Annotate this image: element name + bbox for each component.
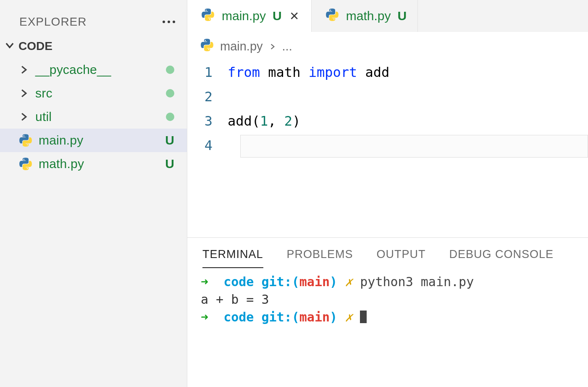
line-number: 2 [187, 89, 228, 105]
explorer-title: EXPLORER [19, 15, 87, 29]
code-line[interactable]: 1from math import add [187, 60, 588, 84]
python-icon [200, 38, 214, 55]
explorer-section-title: CODE [18, 39, 52, 53]
git-untracked-badge: U [165, 157, 174, 171]
explorer-more-icon[interactable] [163, 21, 175, 23]
python-icon [18, 133, 33, 147]
explorer-header: EXPLORER [0, 9, 187, 34]
current-line-highlight [240, 135, 588, 158]
tab-filename: math.py [346, 9, 391, 23]
tree-folder[interactable]: src [0, 82, 187, 105]
chevron-right-icon [269, 39, 276, 53]
breadcrumb[interactable]: main.py ... [187, 32, 588, 58]
chevron-down-icon [4, 40, 15, 53]
tree-item-label: main.py [39, 133, 159, 147]
code-editor[interactable]: 1from math import add23add(1, 2)4 [187, 58, 588, 237]
editor-main: main.pyU✕math.pyU main.py ... 1from math… [187, 0, 588, 387]
git-untracked-badge: U [397, 9, 407, 23]
terminal-view[interactable]: ➜ code git:(main) ✗ python3 main.pya + b… [187, 268, 588, 387]
close-icon[interactable]: ✕ [289, 9, 300, 23]
terminal-prompt-line: ➜ code git:(main) ✗ [201, 308, 588, 326]
file-tree: __pycache__srcutilmain.pyUmath.pyU [0, 58, 187, 176]
code-line[interactable]: 2 [187, 84, 588, 109]
chevron-right-icon [18, 64, 29, 75]
code-content: add(1, 2) [228, 113, 300, 129]
panel-tab[interactable]: DEBUG CONSOLE [449, 248, 554, 268]
panel-tab[interactable]: TERMINAL [202, 248, 263, 268]
terminal-output-line: a + b = 3 [201, 291, 588, 308]
tree-file[interactable]: main.pyU [0, 129, 187, 152]
tree-file[interactable]: math.pyU [0, 152, 187, 176]
bottom-panel: TERMINALPROBLEMSOUTPUTDEBUG CONSOLE ➜ co… [187, 237, 588, 387]
python-icon [325, 8, 339, 25]
line-number: 4 [187, 137, 228, 153]
git-modified-dot-icon [166, 66, 174, 74]
explorer-sidebar: EXPLORER CODE __pycache__srcutilmain.pyU… [0, 0, 187, 387]
terminal-cursor [360, 311, 367, 323]
chevron-right-icon [18, 88, 29, 99]
code-content: from math import add [228, 64, 389, 80]
editor-tab[interactable]: math.pyU [312, 0, 418, 32]
tree-folder[interactable]: util [0, 105, 187, 129]
panel-tab[interactable]: PROBLEMS [287, 248, 353, 268]
chevron-right-icon [18, 111, 29, 122]
tab-filename: main.py [222, 9, 266, 23]
git-modified-dot-icon [166, 113, 174, 121]
tree-item-label: src [35, 86, 160, 100]
line-number: 3 [187, 113, 228, 129]
terminal-prompt-line: ➜ code git:(main) ✗ python3 main.py [201, 273, 588, 291]
panel-tab[interactable]: OUTPUT [377, 248, 426, 268]
tree-item-label: util [35, 110, 160, 124]
git-modified-dot-icon [166, 89, 174, 97]
panel-tabs: TERMINALPROBLEMSOUTPUTDEBUG CONSOLE [187, 238, 588, 268]
git-untracked-badge: U [273, 9, 282, 23]
python-icon [201, 8, 215, 25]
git-untracked-badge: U [165, 133, 174, 147]
tree-folder[interactable]: __pycache__ [0, 58, 187, 82]
breadcrumb-file: main.py [220, 39, 263, 53]
tree-item-label: math.py [39, 157, 159, 171]
breadcrumb-symbol: ... [282, 39, 292, 53]
editor-tab[interactable]: main.pyU✕ [187, 0, 312, 32]
code-line[interactable]: 3add(1, 2) [187, 109, 588, 133]
python-icon [18, 157, 33, 171]
editor-tabs: main.pyU✕math.pyU [187, 0, 588, 32]
app-root: EXPLORER CODE __pycache__srcutilmain.pyU… [0, 0, 588, 387]
explorer-section-header[interactable]: CODE [0, 34, 187, 58]
line-number: 1 [187, 64, 228, 80]
tree-item-label: __pycache__ [35, 63, 160, 77]
